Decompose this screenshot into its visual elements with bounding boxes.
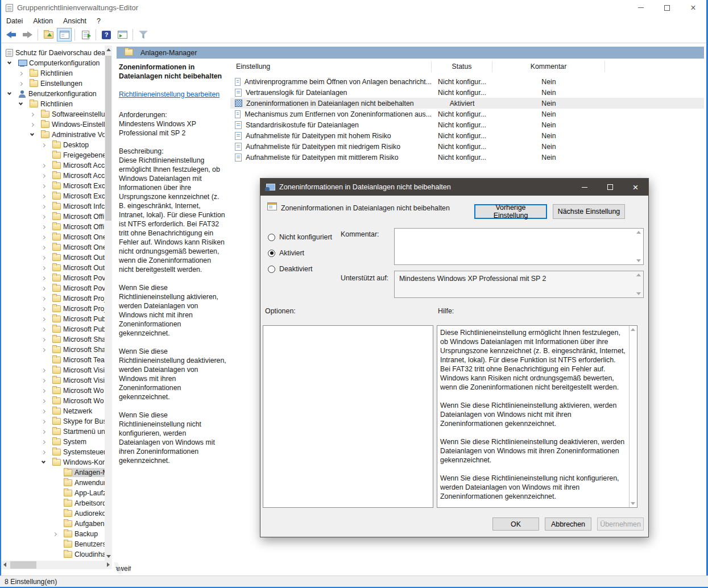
column-header-einstellung[interactable]: Einstellung — [230, 61, 432, 72]
dialog-close-button[interactable]: × — [623, 179, 648, 196]
folder-up-button[interactable] — [41, 28, 56, 42]
scrollbar-thumb[interactable] — [105, 56, 111, 221]
radio-nicht-konfiguriert[interactable]: Nicht konfiguriert — [268, 233, 332, 242]
chevron-collapsed-icon[interactable] — [40, 451, 52, 454]
tree-item[interactable]: Einstellungen — [1, 78, 105, 89]
chevron-collapsed-icon[interactable] — [40, 430, 52, 433]
chevron-collapsed-icon[interactable] — [17, 82, 30, 85]
chevron-collapsed-icon[interactable] — [51, 533, 64, 536]
menu-item-ansicht[interactable]: Ansicht — [58, 16, 92, 26]
tree-item[interactable]: Microsoft Wo — [1, 396, 105, 406]
export-list-button[interactable] — [78, 28, 93, 42]
filter-button[interactable] — [136, 28, 151, 42]
scroll-up-arrow-icon[interactable] — [106, 48, 111, 51]
chevron-expanded-icon[interactable] — [6, 93, 18, 94]
scroll-left-arrow-icon[interactable] — [3, 562, 6, 567]
tree-item[interactable]: Microsoft One — [1, 232, 105, 242]
tree-item[interactable]: Aufgabenp — [1, 519, 105, 529]
tree-item[interactable]: Richtlinien — [1, 99, 105, 109]
chevron-collapsed-icon[interactable] — [40, 379, 52, 382]
tree-item[interactable]: Microsoft Visi — [1, 365, 105, 375]
tree-item[interactable]: Microsoft Pub — [1, 324, 105, 334]
tree-item[interactable]: Cloudinha — [1, 549, 105, 560]
tree-item[interactable]: System — [1, 437, 105, 447]
tree-horizontal-scrollbar[interactable] — [1, 561, 112, 569]
tree-item[interactable]: Microsoft Acc — [1, 171, 105, 181]
chevron-collapsed-icon[interactable] — [40, 205, 52, 208]
chevron-collapsed-icon[interactable] — [40, 185, 52, 188]
tree-item[interactable]: Richtlinien — [1, 68, 105, 78]
settings-row[interactable]: Aufnahmeliste für Dateitypen mit mittler… — [230, 152, 704, 163]
tree-item[interactable]: Anwendur — [1, 478, 105, 488]
chevron-collapsed-icon[interactable] — [40, 441, 52, 444]
chevron-collapsed-icon[interactable] — [40, 400, 52, 403]
chevron-collapsed-icon[interactable] — [40, 328, 52, 331]
tree-item[interactable]: Microsoft Proj — [1, 293, 105, 304]
radio-button-icon[interactable] — [268, 266, 275, 273]
tree-item[interactable]: Arbeitsord — [1, 498, 105, 508]
close-button[interactable]: × — [680, 0, 706, 15]
tree-item[interactable]: Windows-Kor — [1, 457, 105, 467]
dialog-minimize-button[interactable] — [572, 179, 597, 196]
previous-setting-button[interactable]: Vorherige Einstellung — [474, 204, 547, 219]
scroll-right-arrow-icon[interactable] — [107, 562, 110, 567]
chevron-expanded-icon[interactable] — [6, 63, 18, 64]
scroll-down-arrow-icon[interactable] — [636, 292, 641, 295]
chevron-collapsed-icon[interactable] — [40, 338, 52, 341]
radio-button-icon[interactable] — [268, 234, 275, 241]
next-setting-button[interactable]: Nächste Einstellung — [553, 204, 625, 219]
chevron-expanded-icon[interactable] — [17, 103, 30, 105]
tree-item[interactable]: Microsoft Pov — [1, 283, 105, 293]
tree-item[interactable]: Benutzerkonfiguration — [1, 89, 105, 99]
scroll-up-arrow-icon[interactable] — [631, 328, 635, 331]
forward-arrow-button[interactable] — [20, 28, 35, 42]
tree-item[interactable]: Backup — [1, 529, 105, 539]
scroll-down-arrow-icon[interactable] — [631, 502, 635, 505]
tree-item[interactable]: Microsoft Wo — [1, 386, 105, 396]
settings-row[interactable]: Antivirenprogramme beim Öffnen von Anlag… — [230, 76, 704, 87]
radio-deaktiviert[interactable]: Deaktiviert — [268, 264, 313, 274]
column-header-status[interactable]: Status — [432, 61, 492, 72]
tree-item[interactable]: Microsoft One — [1, 242, 105, 252]
chevron-collapsed-icon[interactable] — [28, 113, 41, 116]
help-scrollbar[interactable] — [629, 326, 637, 507]
settings-row[interactable]: Vertrauenslogik für DateianlagenNicht ko… — [230, 87, 704, 98]
chevron-collapsed-icon[interactable] — [40, 277, 52, 280]
chevron-collapsed-icon[interactable] — [40, 420, 52, 423]
tree-item[interactable]: Computerkonfiguration — [1, 58, 105, 68]
menu-item-datei[interactable]: Datei — [1, 16, 28, 26]
show-console-tree-button[interactable] — [57, 28, 72, 42]
tree-item[interactable]: Datei-Expl — [1, 560, 105, 560]
settings-row[interactable]: Aufnahmeliste für Dateitypen mit niedrig… — [230, 141, 704, 152]
column-header-kommentar[interactable]: Kommentar — [492, 61, 605, 72]
chevron-collapsed-icon[interactable] — [40, 256, 52, 259]
settings-row[interactable]: Zoneninformationen in Dateianlagen nicht… — [230, 98, 704, 109]
back-arrow-button[interactable] — [4, 28, 19, 42]
tree-item[interactable]: Benutzers — [1, 539, 105, 549]
chevron-collapsed-icon[interactable] — [40, 308, 52, 310]
tree-item[interactable]: Audioreko — [1, 508, 105, 519]
settings-row[interactable]: Mechanismus zum Entfernen von Zoneninfor… — [230, 109, 704, 119]
cancel-button[interactable]: Abbrechen — [545, 517, 591, 531]
ok-button[interactable]: OK — [492, 517, 539, 531]
tree-item[interactable]: Schutz für Daeivorschau dea — [1, 48, 105, 58]
scroll-down-arrow-icon[interactable] — [106, 555, 111, 558]
chevron-collapsed-icon[interactable] — [40, 297, 52, 300]
tree-item[interactable]: Softwareeinstellu — [1, 109, 105, 119]
comment-input[interactable] — [394, 228, 644, 265]
tree-item[interactable]: Microsoft Offi — [1, 212, 105, 222]
chevron-collapsed-icon[interactable] — [17, 72, 30, 75]
dialog-maximize-button[interactable] — [597, 179, 623, 196]
radio-aktiviert[interactable]: Aktiviert — [268, 249, 304, 258]
tree-item[interactable]: Microsoft Out — [1, 263, 105, 273]
tree-item[interactable]: Microsoft Sha — [1, 334, 105, 345]
apply-button[interactable]: Übernehmen — [597, 517, 644, 531]
tree-vertical-scrollbar[interactable] — [105, 45, 112, 561]
chevron-collapsed-icon[interactable] — [28, 123, 41, 126]
chevron-collapsed-icon[interactable] — [40, 246, 52, 249]
help-button[interactable]: ? — [99, 28, 114, 42]
tree-item[interactable]: App-Laufz — [1, 488, 105, 498]
chevron-expanded-icon[interactable] — [40, 462, 52, 463]
tree-item[interactable]: Microsoft Pov — [1, 273, 105, 283]
tree-item[interactable]: Microsoft Infc — [1, 201, 105, 212]
